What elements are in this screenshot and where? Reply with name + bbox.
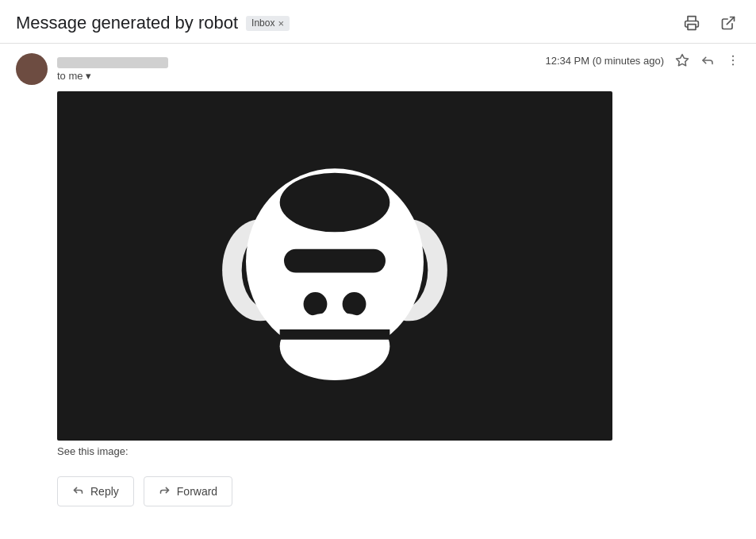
monkey-image xyxy=(57,91,612,441)
svg-point-16 xyxy=(280,173,390,233)
monkey-face-svg xyxy=(208,139,462,393)
svg-line-1 xyxy=(727,17,734,25)
inbox-badge-close[interactable]: × xyxy=(278,17,284,29)
sender-left: to me ▾ xyxy=(16,53,168,85)
action-buttons: Reply Forward xyxy=(0,457,756,522)
reply-button[interactable]: Reply xyxy=(57,476,134,506)
svg-point-14 xyxy=(280,313,390,380)
timestamp: 12:34 PM (0 minutes ago) xyxy=(545,55,664,67)
sender-to: to me ▾ xyxy=(57,70,168,82)
svg-rect-0 xyxy=(688,25,696,30)
action-icons xyxy=(675,53,740,67)
email-subject: Message generated by robot xyxy=(16,13,238,33)
svg-rect-11 xyxy=(284,249,386,273)
sender-info: to me ▾ xyxy=(57,57,168,82)
open-in-new-window-button[interactable] xyxy=(716,11,740,35)
to-label: to me xyxy=(57,70,83,82)
email-body xyxy=(0,91,756,441)
sender-right: 12:34 PM (0 minutes ago) xyxy=(545,53,740,67)
svg-point-3 xyxy=(732,56,734,57)
forward-btn-label: Forward xyxy=(177,485,217,498)
email-title-area: Message generated by robot Inbox × xyxy=(16,13,290,33)
reply-quick-button[interactable] xyxy=(700,53,715,67)
sender-row: to me ▾ 12:34 PM (0 minutes ago) xyxy=(0,44,756,91)
reply-btn-icon xyxy=(72,484,84,499)
avatar xyxy=(16,53,48,85)
svg-point-12 xyxy=(304,292,328,316)
print-button[interactable] xyxy=(680,11,704,35)
more-options-button[interactable] xyxy=(726,53,740,67)
email-header: Message generated by robot Inbox × xyxy=(0,0,756,44)
forward-btn-icon xyxy=(159,484,171,499)
star-button[interactable] xyxy=(675,53,689,67)
forward-button[interactable]: Forward xyxy=(144,476,232,506)
see-image-label: See this image: xyxy=(57,445,129,457)
to-dropdown-icon[interactable]: ▾ xyxy=(86,70,91,82)
header-icons xyxy=(680,11,740,35)
svg-point-13 xyxy=(343,292,366,316)
reply-btn-label: Reply xyxy=(90,485,119,498)
svg-marker-2 xyxy=(677,55,689,66)
svg-point-5 xyxy=(732,64,734,65)
inbox-badge: Inbox × xyxy=(246,16,290,31)
inbox-badge-label: Inbox xyxy=(251,17,274,29)
svg-point-4 xyxy=(732,60,734,61)
sender-name-blurred xyxy=(57,57,168,68)
svg-rect-15 xyxy=(280,329,390,340)
see-image-row: See this image: xyxy=(0,441,756,457)
